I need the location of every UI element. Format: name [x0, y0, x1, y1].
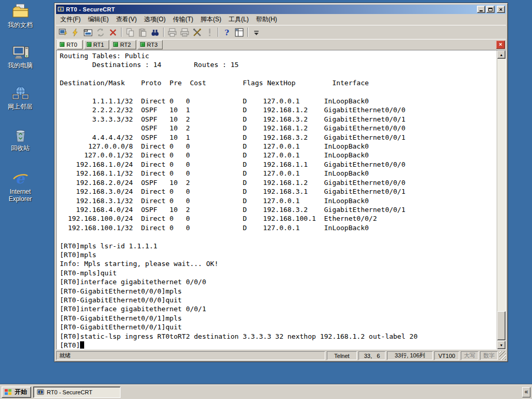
- session-tab-rt3[interactable]: RT3: [138, 40, 163, 49]
- copy-button: [124, 26, 136, 38]
- session-tab-rt2[interactable]: RT2: [111, 40, 136, 49]
- tab-close-button[interactable]: ×: [496, 41, 505, 49]
- help-icon: ?: [222, 28, 231, 37]
- quick-connect-button[interactable]: [70, 26, 82, 38]
- menu-view[interactable]: 查看(V): [112, 14, 140, 25]
- menu-transfer[interactable]: 传输(T): [169, 14, 197, 25]
- desktop-icon-my-computer[interactable]: 我的电脑: [1, 44, 39, 69]
- desktop-icon-recycle-bin[interactable]: 回收站: [1, 126, 39, 152]
- securecrt-app-icon: [57, 6, 64, 13]
- taskbar: 开始 RT0 - SecureCRT «: [0, 384, 532, 399]
- my-documents-icon: [12, 3, 29, 20]
- copy-icon: [126, 28, 135, 37]
- terminal-cursor: [80, 341, 84, 349]
- recycle-bin-icon: [12, 126, 29, 143]
- status-ready: 就绪: [56, 351, 325, 360]
- status-caps-lock: 大写: [461, 351, 478, 360]
- resize-grip[interactable]: [499, 351, 506, 360]
- toolbar-overflow-icon: [252, 28, 261, 37]
- windows-logo-icon: [4, 389, 12, 396]
- tab-bar: RT0RT1RT2RT3 ×: [56, 39, 506, 50]
- securecrt-task-icon: [37, 389, 44, 396]
- status-protocol: Telnet: [327, 351, 357, 360]
- scroll-up-button[interactable]: ▲: [497, 50, 506, 59]
- desktop-icon-label: 网上邻居: [8, 103, 33, 110]
- session-status-icon: [87, 42, 91, 47]
- print-icon: [168, 28, 177, 37]
- close-icon: ×: [499, 7, 502, 12]
- print-button: [166, 26, 178, 38]
- window-titlebar[interactable]: RT0 - SecureCRT ×: [56, 5, 506, 14]
- clear-screen-icon: [205, 28, 214, 37]
- connect-button[interactable]: [57, 26, 69, 38]
- taskbar-task-securecrt[interactable]: RT0 - SecureCRT: [33, 387, 121, 398]
- menu-help[interactable]: 帮助(H): [252, 14, 281, 25]
- close-button[interactable]: ×: [497, 6, 505, 13]
- task-label: RT0 - SecureCRT: [47, 389, 92, 395]
- session-tab-rt1[interactable]: RT1: [84, 40, 110, 49]
- maximize-icon: [488, 8, 493, 11]
- tray-chevron-button[interactable]: «: [522, 387, 530, 397]
- my-computer-icon: [12, 44, 29, 61]
- toolbar-separator: [247, 28, 248, 37]
- menu-tools[interactable]: 工具(L): [225, 14, 252, 25]
- network-places-icon: [12, 85, 29, 102]
- connect-in-tab-icon: [84, 28, 92, 37]
- print-setup-icon: [180, 28, 189, 37]
- window-title: RT0 - SecureCRT: [66, 6, 475, 12]
- status-panels: Telnet33, 633行, 106列VT100大写数字: [327, 351, 498, 360]
- menu-bar: 文件(F)编辑(E)查看(V)选项(O)传输(T)脚本(S)工具(L)帮助(H): [56, 14, 506, 25]
- find-icon: [151, 28, 159, 37]
- menu-edit[interactable]: 编辑(E): [84, 14, 112, 25]
- tab-label: RT1: [94, 42, 104, 48]
- toolbar-overflow-button[interactable]: [250, 26, 262, 38]
- toolbar: ?: [56, 25, 506, 39]
- terminal-output[interactable]: Routing Tables: Public Destinations : 14…: [57, 50, 497, 349]
- minimize-icon: [480, 10, 483, 11]
- desktop-icon-label: 我的文档: [8, 21, 33, 29]
- maximize-button[interactable]: [486, 6, 495, 13]
- securecrt-window: RT0 - SecureCRT × 文件(F)编辑(E)查看(V)选项(O)传输…: [54, 3, 508, 362]
- minimize-button[interactable]: [477, 6, 485, 13]
- quick-connect-icon: [71, 28, 80, 37]
- status-num-lock: 数字: [480, 351, 498, 360]
- tab-label: RT0: [66, 42, 77, 48]
- desktop-icon-internet-explorer[interactable]: eInternet Explorer: [1, 170, 39, 203]
- desktop-icon-my-documents[interactable]: 我的文档: [1, 3, 39, 29]
- scrollbar-track[interactable]: [497, 59, 506, 341]
- session-tab-rt0[interactable]: RT0: [57, 40, 83, 49]
- scrollbar-thumb[interactable]: [497, 311, 506, 340]
- menu-file[interactable]: 文件(F): [57, 14, 84, 25]
- find-button[interactable]: [149, 26, 161, 38]
- session-status-icon: [113, 42, 118, 47]
- desktop-icon-network-places[interactable]: 网上邻居: [1, 85, 39, 110]
- window-controls: ×: [477, 6, 505, 13]
- start-label: 开始: [15, 388, 27, 396]
- session-manager-icon: [235, 28, 244, 37]
- paste-button: [137, 26, 149, 38]
- toolbar-separator: [121, 28, 122, 37]
- connect-in-tab-button[interactable]: [82, 26, 94, 38]
- scroll-down-button[interactable]: ▼: [497, 341, 506, 349]
- session-options-button[interactable]: [191, 26, 203, 38]
- terminal[interactable]: Routing Tables: Public Destinations : 14…: [56, 50, 506, 350]
- print-setup-button: [179, 26, 191, 38]
- session-options-icon: [193, 28, 202, 37]
- help-button[interactable]: ?: [221, 26, 233, 38]
- tab-label: RT2: [120, 42, 131, 48]
- menu-options[interactable]: 选项(O): [140, 14, 169, 25]
- terminal-scrollbar[interactable]: ▲ ▼: [497, 50, 506, 349]
- reconnect-icon: [96, 28, 105, 37]
- clear-screen-button: [204, 26, 216, 38]
- disconnect-icon: [109, 28, 117, 37]
- start-button[interactable]: 开始: [2, 387, 31, 398]
- menu-script[interactable]: 脚本(S): [197, 14, 225, 25]
- status-terminal-size: 33行, 106列: [387, 351, 433, 360]
- svg-text:e: e: [15, 170, 25, 187]
- status-emulation: VT100: [434, 351, 459, 360]
- svg-text:?: ?: [224, 28, 229, 37]
- session-status-icon: [140, 42, 145, 47]
- session-manager-button[interactable]: [233, 26, 245, 38]
- disconnect-button[interactable]: [107, 26, 119, 38]
- status-cursor-position: 33, 6: [358, 351, 385, 360]
